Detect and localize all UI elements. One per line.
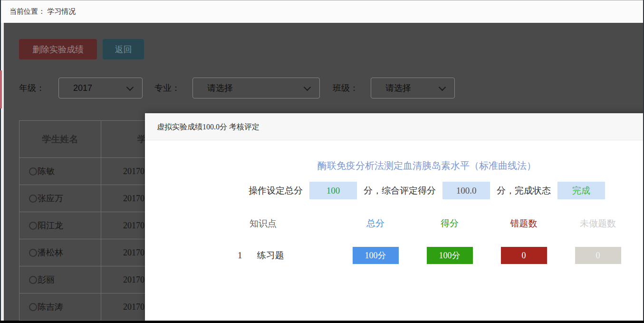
student-name: 陈吉涛 xyxy=(38,302,63,312)
student-name: 张应万 xyxy=(38,194,63,203)
status-badge: 完成 xyxy=(557,182,605,199)
wrong-column-header: 错题数 xyxy=(487,217,561,230)
final-score-label: 分，综合评定得分 xyxy=(364,185,436,197)
student-name: 彭丽 xyxy=(38,275,55,284)
total-score-label: 操作设定总分 xyxy=(249,185,303,197)
undone-count-badge: 0 xyxy=(575,247,621,264)
chevron-down-icon xyxy=(439,84,446,91)
major-dropdown[interactable]: 请选择 xyxy=(192,78,320,98)
student-name: 阳江龙 xyxy=(38,221,63,230)
radio-icon[interactable] xyxy=(29,167,37,176)
score-column-header: 得分 xyxy=(413,217,487,230)
undone-column-header: 未做题数 xyxy=(561,217,635,230)
column-header-student-name: 学生姓名 xyxy=(19,121,101,158)
knowledge-point-name: 练习题 xyxy=(257,250,284,260)
score-summary-line: 操作设定总分 100 分，综合评定得分 100.0 分，完成状态 完成 xyxy=(145,182,644,199)
radio-icon[interactable] xyxy=(29,303,37,311)
window-left-border xyxy=(0,0,1,323)
class-dropdown-value: 请选择 xyxy=(385,78,411,98)
chevron-down-icon xyxy=(304,84,311,91)
major-filter-label: 专业： xyxy=(154,78,180,98)
radio-icon[interactable] xyxy=(29,222,37,230)
left-scroll-gutter[interactable] xyxy=(1,23,4,323)
class-filter-label: 班级： xyxy=(333,78,358,98)
radio-icon[interactable] xyxy=(29,249,37,257)
class-dropdown[interactable]: 请选择 xyxy=(371,78,455,98)
back-button[interactable]: 返回 xyxy=(103,39,144,59)
breadcrumb-bar: 当前位置： 学习情况 xyxy=(0,0,644,23)
row-index: 1 xyxy=(238,250,242,260)
radio-icon[interactable] xyxy=(29,195,37,203)
student-name: 潘松林 xyxy=(38,248,63,257)
grade-filter-label: 年级： xyxy=(19,78,45,98)
knowledge-column-header: 知识点 xyxy=(188,217,338,230)
total-score-value: 100 xyxy=(309,182,357,199)
final-score-value: 100.0 xyxy=(442,182,490,199)
total-score-badge: 100分 xyxy=(353,247,399,264)
grade-dropdown[interactable]: 2017 xyxy=(58,78,143,98)
status-label: 分，完成状态 xyxy=(497,185,551,197)
scrollbar-marker[interactable] xyxy=(0,70,2,108)
breadcrumb: 当前位置： 学习情况 xyxy=(10,0,76,22)
student-name: 陈敏 xyxy=(38,166,55,176)
grade-dropdown-value: 2017 xyxy=(73,78,92,98)
modal-title: 虚拟实验成绩100.0分 考核评定 xyxy=(145,113,644,140)
chevron-down-icon xyxy=(126,84,134,91)
total-column-header: 总分 xyxy=(338,217,413,230)
major-dropdown-value: 请选择 xyxy=(207,78,233,98)
window-bottom-border xyxy=(0,321,644,323)
delete-scores-button[interactable]: 删除实验成绩 xyxy=(19,39,97,59)
score-modal: 虚拟实验成绩100.0分 考核评定 酶联免疫分析法测定血清胰岛素水平（标准曲线法… xyxy=(145,113,644,323)
knowledge-table-header: 知识点 总分 得分 错题数 未做题数 xyxy=(145,217,644,230)
app-window: 当前位置： 学习情况 删除实验成绩 返回 年级： 2017 专业： 请选择 班级… xyxy=(0,0,644,323)
earned-score-badge: 100分 xyxy=(427,247,473,264)
experiment-title: 酶联免疫分析法测定血清胰岛素水平（标准曲线法） xyxy=(145,159,644,172)
knowledge-table-row: 1 练习题 100分 100分 0 0 xyxy=(145,247,644,264)
wrong-count-badge: 0 xyxy=(501,247,547,264)
radio-icon[interactable] xyxy=(29,276,37,284)
